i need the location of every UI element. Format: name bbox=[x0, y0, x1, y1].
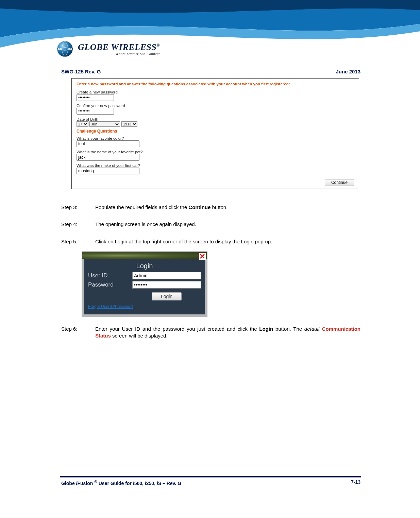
close-icon[interactable] bbox=[199, 253, 206, 260]
continue-button[interactable]: Continue bbox=[325, 179, 354, 186]
footer-page: 7-13 bbox=[351, 479, 360, 486]
step-6-c: button. The bbox=[273, 326, 304, 332]
f-g: 500, bbox=[134, 481, 145, 486]
step-5-body: Click on Login at the top right corner o… bbox=[95, 238, 360, 245]
challenge-questions-title: Challenge Questions bbox=[77, 129, 354, 134]
login-button[interactable]: Login bbox=[152, 292, 182, 300]
step-6: Step 6: Enter your User ID and the passw… bbox=[61, 326, 360, 340]
forgot-link[interactable]: Forgot UserID/Password bbox=[88, 304, 133, 309]
step-3-body: Populate the required fields and click t… bbox=[95, 204, 360, 211]
step-3-text-c: button. bbox=[211, 204, 228, 210]
step-3-bold: Continue bbox=[188, 204, 211, 210]
step-4-body: The opening screen is once again display… bbox=[95, 221, 360, 228]
login-title: Login bbox=[88, 261, 201, 271]
login-popup-screenshot: Login User ID Password Login Forgot User… bbox=[82, 251, 207, 317]
create-password-label: Create a new password bbox=[77, 90, 354, 94]
doc-date: June 2013 bbox=[336, 69, 360, 74]
globe-logo-icon bbox=[56, 40, 74, 58]
f-d: ® bbox=[94, 479, 97, 484]
q2-label: What is the name of your favorite pet? bbox=[77, 150, 354, 154]
f-e: User Guide for bbox=[97, 481, 133, 486]
login-inner: Login User ID Password Login Forgot User… bbox=[84, 259, 205, 314]
step-6-b: Login bbox=[259, 326, 273, 332]
userid-label: User ID bbox=[88, 272, 132, 280]
footer-rule bbox=[60, 476, 361, 478]
step-3-text-a: Populate the required fields and click t… bbox=[95, 204, 188, 210]
f-k: S – Rev. G bbox=[158, 481, 181, 486]
step-6-body: Enter your User ID and the password you … bbox=[95, 326, 360, 340]
q3-input[interactable] bbox=[77, 168, 139, 174]
dob-year-select[interactable]: 1913 bbox=[121, 121, 137, 127]
dob-row: 27 Jun 1913 bbox=[77, 121, 354, 127]
doc-rev: SWG-125 Rev. G bbox=[61, 69, 101, 74]
logo-block: GLOBE WIRELESS® Where Land & Sea Connect bbox=[56, 40, 160, 58]
step-3-label: Step 3: bbox=[61, 204, 95, 211]
f-i: 250, bbox=[146, 481, 157, 486]
brand-name: GLOBE WIRELESS® bbox=[78, 42, 160, 52]
f-a: Globe bbox=[61, 481, 76, 486]
step-3: Step 3: Populate the required fields and… bbox=[61, 204, 360, 211]
dob-month-select[interactable]: Jun bbox=[89, 121, 120, 127]
f-c: Fusion bbox=[77, 481, 94, 486]
password-label: Password bbox=[88, 281, 132, 289]
confirm-password-input[interactable] bbox=[77, 108, 114, 115]
steps-block: Step 3: Populate the required fields and… bbox=[61, 204, 360, 349]
brand-reg: ® bbox=[156, 43, 159, 48]
dob-day-select[interactable]: 27 bbox=[77, 121, 88, 127]
step-6-g: screen will be displayed. bbox=[111, 333, 168, 339]
password-input[interactable] bbox=[132, 281, 201, 289]
dob-label: Date of Birth bbox=[77, 117, 354, 121]
q1-label: What is your favorite color? bbox=[77, 136, 354, 140]
popup-bg-strip bbox=[82, 252, 207, 259]
step-5: Step 5: Click on Login at the top right … bbox=[61, 238, 360, 245]
step-6-a: Enter your User ID and the password you … bbox=[95, 326, 259, 332]
footer-left: Globe iFusion ® User Guide for i500, i25… bbox=[61, 479, 181, 486]
step-4-label: Step 4: bbox=[61, 221, 95, 228]
brand-text: GLOBE WIRELESS bbox=[78, 42, 156, 52]
step-4: Step 4: The opening screen is once again… bbox=[61, 221, 360, 228]
confirm-password-label: Confirm your new password bbox=[77, 104, 354, 108]
footer-row: Globe iFusion ® User Guide for i500, i25… bbox=[61, 479, 360, 486]
q3-label: What was the make of your first car? bbox=[77, 163, 354, 168]
create-password-input[interactable] bbox=[77, 94, 114, 101]
step-6-label: Step 6: bbox=[61, 326, 95, 340]
q1-input[interactable] bbox=[77, 140, 139, 147]
password-challenge-panel: Enter a new password and answer the foll… bbox=[71, 78, 359, 189]
userid-input[interactable] bbox=[132, 272, 201, 279]
q2-input[interactable] bbox=[77, 154, 139, 161]
step-6-d: default bbox=[304, 326, 320, 332]
step-6-e bbox=[320, 326, 322, 332]
step-5-label: Step 5: bbox=[61, 238, 95, 245]
page-header-row: SWG-125 Rev. G June 2013 bbox=[61, 69, 360, 74]
panel-instruction: Enter a new password and answer the foll… bbox=[77, 82, 354, 86]
